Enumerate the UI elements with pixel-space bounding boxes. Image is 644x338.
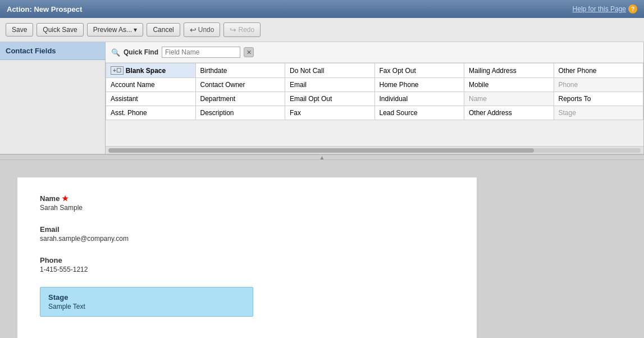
field-cell-name[interactable]: Name bbox=[464, 92, 554, 106]
blank-space-icon: +☐ bbox=[111, 66, 124, 75]
quick-save-button[interactable]: Quick Save bbox=[36, 23, 83, 36]
preview-field-phone: Phone1-415-555-1212 bbox=[40, 256, 454, 273]
field-label-phone: Phone bbox=[40, 256, 454, 264]
field-cell-contact-owner[interactable]: Contact Owner bbox=[195, 78, 285, 92]
field-cell-mobile[interactable]: Mobile bbox=[464, 78, 554, 92]
field-cell-home-phone[interactable]: Home Phone bbox=[374, 78, 464, 92]
toolbar: Save Quick Save Preview As... ▾ Cancel ↩… bbox=[0, 18, 644, 42]
redo-icon: ↪ bbox=[230, 25, 236, 34]
help-icon[interactable]: ? bbox=[628, 4, 637, 13]
preview-card: Name★Sarah SampleEmailsarah.sample@compa… bbox=[17, 177, 477, 338]
quick-find-label: Quick Find bbox=[124, 48, 158, 56]
field-cell-other-phone[interactable]: Other Phone bbox=[554, 63, 643, 78]
field-cell-asst.-phone[interactable]: Asst. Phone bbox=[106, 106, 196, 120]
fields-tbody: +☐Blank SpaceBirthdateDo Not CallFax Opt… bbox=[106, 63, 643, 120]
field-cell-email-opt-out[interactable]: Email Opt Out bbox=[285, 92, 375, 106]
field-value-phone: 1-415-555-1212 bbox=[40, 266, 454, 273]
field-cell-department[interactable]: Department bbox=[195, 92, 285, 106]
field-cell-lead-source[interactable]: Lead Source bbox=[374, 106, 464, 120]
field-cell-fax[interactable]: Fax bbox=[285, 106, 375, 120]
quick-find-input[interactable] bbox=[162, 47, 240, 58]
preview-field-name: Name★Sarah Sample bbox=[40, 194, 454, 212]
fields-hscroll-thumb[interactable] bbox=[108, 148, 534, 153]
cancel-button[interactable]: Cancel bbox=[147, 23, 180, 36]
field-cell-email[interactable]: Email bbox=[285, 78, 375, 92]
field-cell-account-name[interactable]: Account Name bbox=[106, 78, 196, 92]
drag-handle-icon: ▲ bbox=[319, 154, 325, 161]
required-indicator: ★ bbox=[62, 194, 68, 203]
preview-as-button[interactable]: Preview As... ▾ bbox=[87, 23, 144, 36]
undo-button[interactable]: ↩ Undo bbox=[184, 22, 221, 37]
field-cell-do-not-call[interactable]: Do Not Call bbox=[285, 63, 375, 78]
field-value-email: sarah.sample@company.com bbox=[40, 235, 454, 243]
drag-handle[interactable]: ▲ bbox=[0, 154, 644, 160]
fields-hscroll[interactable] bbox=[108, 148, 641, 153]
help-link[interactable]: Help for this Page bbox=[573, 5, 626, 13]
field-label-stage: Stage bbox=[48, 293, 245, 302]
field-cell-blank-space[interactable]: +☐Blank Space bbox=[106, 63, 196, 78]
field-cell-individual[interactable]: Individual bbox=[374, 92, 464, 106]
field-cell-description[interactable]: Description bbox=[195, 106, 285, 120]
title-bar: Action: New Prospect Help for this Page … bbox=[0, 0, 644, 18]
field-cell-mailing-address[interactable]: Mailing Address bbox=[464, 63, 554, 78]
field-cell-reports-to[interactable]: Reports To bbox=[554, 92, 643, 106]
field-value-name: Sarah Sample bbox=[40, 204, 454, 212]
undo-icon: ↩ bbox=[190, 25, 197, 34]
fields-grid[interactable]: +☐Blank SpaceBirthdateDo Not CallFax Opt… bbox=[106, 63, 643, 146]
field-label-email: Email bbox=[40, 225, 454, 234]
field-cell-fax-opt-out[interactable]: Fax Opt Out bbox=[374, 63, 464, 78]
main-layout: Contact Fields 🔍 Quick Find ✕ +☐Blank Sp… bbox=[0, 42, 644, 338]
search-icon: 🔍 bbox=[111, 48, 120, 57]
clear-search-button[interactable]: ✕ bbox=[244, 47, 254, 57]
field-panel: 🔍 Quick Find ✕ +☐Blank SpaceBirthdateDo … bbox=[106, 42, 644, 154]
field-value-stage: Sample Text bbox=[48, 303, 245, 310]
preview-field-stage: StageSample Text bbox=[40, 287, 253, 317]
sidebar: Contact Fields bbox=[0, 42, 106, 154]
page-title: Action: New Prospect bbox=[7, 5, 82, 13]
fields-scrollbar[interactable] bbox=[106, 146, 643, 154]
field-cell-other-address[interactable]: Other Address bbox=[464, 106, 554, 120]
redo-button[interactable]: ↪ Redo bbox=[223, 22, 261, 37]
field-cell-assistant[interactable]: Assistant bbox=[106, 92, 196, 106]
quick-find-bar: 🔍 Quick Find ✕ bbox=[106, 42, 643, 63]
save-button[interactable]: Save bbox=[6, 23, 33, 36]
field-cell-birthdate[interactable]: Birthdate bbox=[195, 63, 285, 78]
canvas-area: Name★Sarah SampleEmailsarah.sample@compa… bbox=[0, 160, 644, 338]
field-cell-phone[interactable]: Phone bbox=[554, 78, 643, 92]
preview-field-email: Emailsarah.sample@company.com bbox=[40, 225, 454, 243]
field-cell-stage[interactable]: Stage bbox=[554, 106, 643, 120]
fields-table: +☐Blank SpaceBirthdateDo Not CallFax Opt… bbox=[106, 63, 643, 120]
field-label-name: Name★ bbox=[40, 194, 454, 203]
sidebar-header: Contact Fields bbox=[0, 42, 105, 60]
